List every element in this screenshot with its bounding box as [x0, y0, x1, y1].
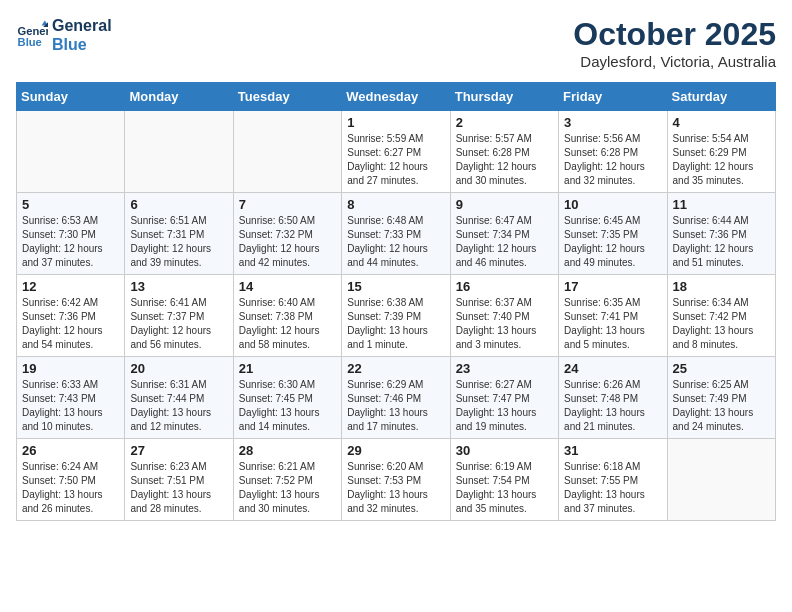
- day-info: Sunrise: 6:44 AM Sunset: 7:36 PM Dayligh…: [673, 214, 770, 270]
- calendar-cell: [667, 439, 775, 521]
- day-info: Sunrise: 6:19 AM Sunset: 7:54 PM Dayligh…: [456, 460, 553, 516]
- day-number: 20: [130, 361, 227, 376]
- day-number: 5: [22, 197, 119, 212]
- day-number: 17: [564, 279, 661, 294]
- day-number: 16: [456, 279, 553, 294]
- day-info: Sunrise: 6:27 AM Sunset: 7:47 PM Dayligh…: [456, 378, 553, 434]
- day-info: Sunrise: 6:26 AM Sunset: 7:48 PM Dayligh…: [564, 378, 661, 434]
- day-info: Sunrise: 6:35 AM Sunset: 7:41 PM Dayligh…: [564, 296, 661, 352]
- day-info: Sunrise: 6:21 AM Sunset: 7:52 PM Dayligh…: [239, 460, 336, 516]
- day-number: 3: [564, 115, 661, 130]
- day-info: Sunrise: 5:59 AM Sunset: 6:27 PM Dayligh…: [347, 132, 444, 188]
- calendar-cell: 5Sunrise: 6:53 AM Sunset: 7:30 PM Daylig…: [17, 193, 125, 275]
- day-number: 28: [239, 443, 336, 458]
- calendar-cell: 23Sunrise: 6:27 AM Sunset: 7:47 PM Dayli…: [450, 357, 558, 439]
- day-info: Sunrise: 6:23 AM Sunset: 7:51 PM Dayligh…: [130, 460, 227, 516]
- day-info: Sunrise: 6:47 AM Sunset: 7:34 PM Dayligh…: [456, 214, 553, 270]
- calendar-cell: 3Sunrise: 5:56 AM Sunset: 6:28 PM Daylig…: [559, 111, 667, 193]
- calendar-cell: 13Sunrise: 6:41 AM Sunset: 7:37 PM Dayli…: [125, 275, 233, 357]
- day-number: 6: [130, 197, 227, 212]
- day-number: 26: [22, 443, 119, 458]
- day-info: Sunrise: 6:42 AM Sunset: 7:36 PM Dayligh…: [22, 296, 119, 352]
- day-info: Sunrise: 5:54 AM Sunset: 6:29 PM Dayligh…: [673, 132, 770, 188]
- weekday-header-saturday: Saturday: [667, 83, 775, 111]
- weekday-header-tuesday: Tuesday: [233, 83, 341, 111]
- day-number: 9: [456, 197, 553, 212]
- calendar-cell: 9Sunrise: 6:47 AM Sunset: 7:34 PM Daylig…: [450, 193, 558, 275]
- day-info: Sunrise: 6:25 AM Sunset: 7:49 PM Dayligh…: [673, 378, 770, 434]
- day-number: 31: [564, 443, 661, 458]
- day-info: Sunrise: 6:53 AM Sunset: 7:30 PM Dayligh…: [22, 214, 119, 270]
- weekday-header-thursday: Thursday: [450, 83, 558, 111]
- day-number: 7: [239, 197, 336, 212]
- calendar-cell: 7Sunrise: 6:50 AM Sunset: 7:32 PM Daylig…: [233, 193, 341, 275]
- day-info: Sunrise: 5:57 AM Sunset: 6:28 PM Dayligh…: [456, 132, 553, 188]
- day-info: Sunrise: 6:31 AM Sunset: 7:44 PM Dayligh…: [130, 378, 227, 434]
- weekday-header-monday: Monday: [125, 83, 233, 111]
- day-number: 29: [347, 443, 444, 458]
- day-info: Sunrise: 6:29 AM Sunset: 7:46 PM Dayligh…: [347, 378, 444, 434]
- day-number: 4: [673, 115, 770, 130]
- calendar-cell: 18Sunrise: 6:34 AM Sunset: 7:42 PM Dayli…: [667, 275, 775, 357]
- calendar-cell: [125, 111, 233, 193]
- calendar-cell: 29Sunrise: 6:20 AM Sunset: 7:53 PM Dayli…: [342, 439, 450, 521]
- day-number: 2: [456, 115, 553, 130]
- calendar-cell: 20Sunrise: 6:31 AM Sunset: 7:44 PM Dayli…: [125, 357, 233, 439]
- day-number: 15: [347, 279, 444, 294]
- day-info: Sunrise: 6:30 AM Sunset: 7:45 PM Dayligh…: [239, 378, 336, 434]
- calendar-cell: 15Sunrise: 6:38 AM Sunset: 7:39 PM Dayli…: [342, 275, 450, 357]
- calendar-cell: [233, 111, 341, 193]
- calendar-cell: 17Sunrise: 6:35 AM Sunset: 7:41 PM Dayli…: [559, 275, 667, 357]
- day-number: 30: [456, 443, 553, 458]
- day-info: Sunrise: 6:34 AM Sunset: 7:42 PM Dayligh…: [673, 296, 770, 352]
- logo-icon: General Blue: [16, 19, 48, 51]
- day-number: 21: [239, 361, 336, 376]
- day-info: Sunrise: 6:41 AM Sunset: 7:37 PM Dayligh…: [130, 296, 227, 352]
- location-subtitle: Daylesford, Victoria, Australia: [573, 53, 776, 70]
- day-info: Sunrise: 6:40 AM Sunset: 7:38 PM Dayligh…: [239, 296, 336, 352]
- calendar-cell: 26Sunrise: 6:24 AM Sunset: 7:50 PM Dayli…: [17, 439, 125, 521]
- calendar-cell: 16Sunrise: 6:37 AM Sunset: 7:40 PM Dayli…: [450, 275, 558, 357]
- calendar-cell: 14Sunrise: 6:40 AM Sunset: 7:38 PM Dayli…: [233, 275, 341, 357]
- day-number: 19: [22, 361, 119, 376]
- weekday-header-row: SundayMondayTuesdayWednesdayThursdayFrid…: [17, 83, 776, 111]
- calendar-cell: 6Sunrise: 6:51 AM Sunset: 7:31 PM Daylig…: [125, 193, 233, 275]
- day-number: 24: [564, 361, 661, 376]
- day-info: Sunrise: 6:18 AM Sunset: 7:55 PM Dayligh…: [564, 460, 661, 516]
- weekday-header-friday: Friday: [559, 83, 667, 111]
- day-number: 27: [130, 443, 227, 458]
- day-number: 12: [22, 279, 119, 294]
- calendar-cell: 8Sunrise: 6:48 AM Sunset: 7:33 PM Daylig…: [342, 193, 450, 275]
- day-info: Sunrise: 6:48 AM Sunset: 7:33 PM Dayligh…: [347, 214, 444, 270]
- day-number: 8: [347, 197, 444, 212]
- calendar-cell: 28Sunrise: 6:21 AM Sunset: 7:52 PM Dayli…: [233, 439, 341, 521]
- svg-text:Blue: Blue: [18, 36, 42, 48]
- day-info: Sunrise: 5:56 AM Sunset: 6:28 PM Dayligh…: [564, 132, 661, 188]
- day-info: Sunrise: 6:50 AM Sunset: 7:32 PM Dayligh…: [239, 214, 336, 270]
- day-info: Sunrise: 6:20 AM Sunset: 7:53 PM Dayligh…: [347, 460, 444, 516]
- calendar-cell: 10Sunrise: 6:45 AM Sunset: 7:35 PM Dayli…: [559, 193, 667, 275]
- calendar-cell: 24Sunrise: 6:26 AM Sunset: 7:48 PM Dayli…: [559, 357, 667, 439]
- calendar-cell: 2Sunrise: 5:57 AM Sunset: 6:28 PM Daylig…: [450, 111, 558, 193]
- calendar-week-5: 26Sunrise: 6:24 AM Sunset: 7:50 PM Dayli…: [17, 439, 776, 521]
- calendar-cell: 19Sunrise: 6:33 AM Sunset: 7:43 PM Dayli…: [17, 357, 125, 439]
- day-number: 25: [673, 361, 770, 376]
- calendar-week-4: 19Sunrise: 6:33 AM Sunset: 7:43 PM Dayli…: [17, 357, 776, 439]
- day-number: 10: [564, 197, 661, 212]
- day-info: Sunrise: 6:45 AM Sunset: 7:35 PM Dayligh…: [564, 214, 661, 270]
- day-number: 18: [673, 279, 770, 294]
- logo-line1: General: [52, 16, 112, 35]
- calendar-table: SundayMondayTuesdayWednesdayThursdayFrid…: [16, 82, 776, 521]
- day-info: Sunrise: 6:24 AM Sunset: 7:50 PM Dayligh…: [22, 460, 119, 516]
- day-number: 13: [130, 279, 227, 294]
- calendar-cell: 12Sunrise: 6:42 AM Sunset: 7:36 PM Dayli…: [17, 275, 125, 357]
- calendar-cell: [17, 111, 125, 193]
- weekday-header-sunday: Sunday: [17, 83, 125, 111]
- calendar-cell: 1Sunrise: 5:59 AM Sunset: 6:27 PM Daylig…: [342, 111, 450, 193]
- calendar-cell: 25Sunrise: 6:25 AM Sunset: 7:49 PM Dayli…: [667, 357, 775, 439]
- calendar-week-3: 12Sunrise: 6:42 AM Sunset: 7:36 PM Dayli…: [17, 275, 776, 357]
- weekday-header-wednesday: Wednesday: [342, 83, 450, 111]
- logo-line2: Blue: [52, 35, 112, 54]
- logo: General Blue General Blue: [16, 16, 112, 54]
- day-info: Sunrise: 6:37 AM Sunset: 7:40 PM Dayligh…: [456, 296, 553, 352]
